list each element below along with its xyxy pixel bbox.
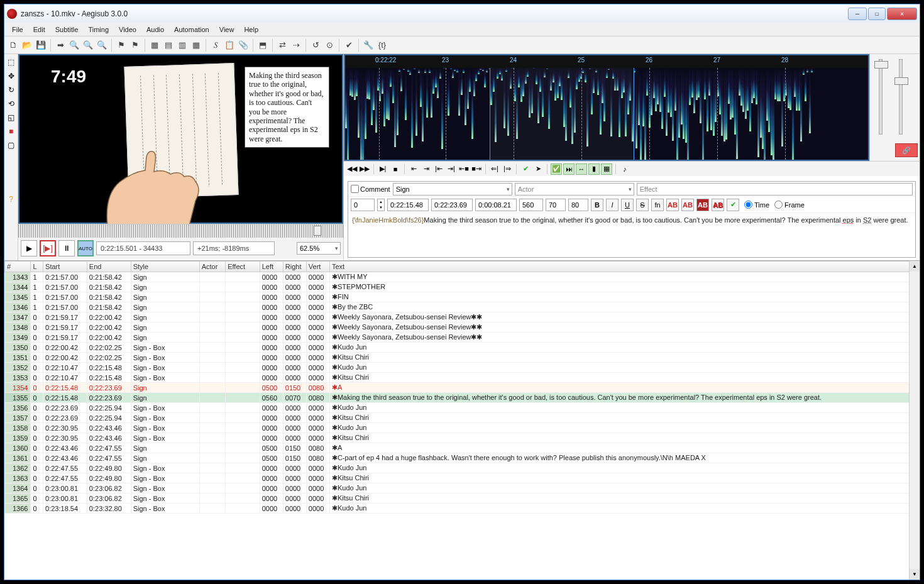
margin-v-field[interactable]: 80 xyxy=(568,199,588,211)
bold-button[interactable]: B xyxy=(591,199,603,211)
table-row[interactable]: 134510:21:57.000:21:58.42Sign00000000000… xyxy=(5,292,920,302)
translate-icon[interactable]: ⬒ xyxy=(256,39,269,52)
kanji-icon[interactable]: ⇄ xyxy=(276,39,289,52)
horiz-zoom-slider[interactable] xyxy=(874,61,888,69)
video-jump-icon[interactable]: ➡ xyxy=(54,39,67,52)
table-row[interactable]: 134700:21:59.170:22:00.42Sign00000000000… xyxy=(5,312,920,322)
spell-icon[interactable]: ✔ xyxy=(343,39,355,52)
play-line-button[interactable]: [▶] xyxy=(40,240,56,256)
props-icon[interactable]: ⚑ xyxy=(115,39,128,52)
end-time-field[interactable]: 0:22:23.69 xyxy=(431,199,473,211)
play-before-icon[interactable]: ⇤■ xyxy=(458,163,470,175)
shift-icon[interactable]: ▦ xyxy=(148,39,161,52)
medusa-icon[interactable]: ▦ xyxy=(601,163,612,175)
menu-edit[interactable]: Edit xyxy=(28,25,50,35)
audio-spectrogram[interactable]: 0:22:22 23 24 25 26 27 28 xyxy=(344,54,869,161)
video-display[interactable]: 7:49 Making the third season true to the… xyxy=(18,54,343,224)
table-row[interactable]: 135400:22:15.480:22:23.69Sign05000150008… xyxy=(5,383,920,393)
select-icon[interactable]: ⇢ xyxy=(290,39,302,52)
subtitle-grid[interactable]: #LStartEndStyleActorEffectLeftRightVertT… xyxy=(4,260,920,580)
play-500a-icon[interactable]: ⇥ xyxy=(421,163,432,175)
subtitle-text-field[interactable]: {\fnJanieHmkBold\fs26}Making the third s… xyxy=(348,213,915,257)
table-row[interactable]: 135300:22:10.470:22:15.48Sign - Box00000… xyxy=(5,373,920,383)
lead-out-icon[interactable]: |⇒ xyxy=(502,163,513,175)
table-row[interactable]: 135700:22:23.690:22:25.94Sign - Box00000… xyxy=(5,413,920,423)
stop-icon[interactable]: ■ xyxy=(390,163,401,175)
time-radio[interactable]: Time xyxy=(744,201,769,209)
auto-next-icon[interactable]: ⏭ xyxy=(563,163,575,175)
menu-video[interactable]: Video xyxy=(114,25,141,35)
table-row[interactable]: 134310:21:57.000:21:58.42Sign00000000000… xyxy=(5,272,920,282)
table-row[interactable]: 136200:22:47.550:22:49.80Sign - Box00000… xyxy=(5,463,920,473)
table-row[interactable]: 135500:22:15.480:22:23.69Sign05600070008… xyxy=(5,393,920,403)
audio-timeline[interactable]: 0:22:22 23 24 25 26 27 28 xyxy=(345,55,868,68)
col-actor[interactable]: Actor xyxy=(199,262,225,272)
table-row[interactable]: 135600:22:23.690:22:25.94Sign - Box00000… xyxy=(5,403,920,413)
styles-icon[interactable]: ⚑ xyxy=(129,39,141,52)
open-icon[interactable]: 📂 xyxy=(21,39,33,52)
table-row[interactable]: 136400:23:00.810:23:06.82Sign - Box00000… xyxy=(5,483,920,493)
shift-times-icon[interactable]: 🔍 xyxy=(68,39,80,52)
layer-up[interactable]: ▲ xyxy=(378,199,384,205)
attach-icon[interactable]: 🔍 xyxy=(96,39,108,52)
col-l[interactable]: L xyxy=(31,262,43,272)
table-row[interactable]: 134410:21:57.000:21:58.42Sign00000000000… xyxy=(5,282,920,292)
sort3-icon[interactable]: ▦ xyxy=(190,39,202,52)
actor-combo[interactable]: Actor xyxy=(515,183,634,196)
prev-icon[interactable]: ◀◀ xyxy=(346,163,358,175)
go-icon[interactable]: ➤ xyxy=(532,163,544,175)
table-row[interactable]: 136000:22:43.460:22:47.55Sign05000150008… xyxy=(5,443,920,453)
scale-icon[interactable]: ◱ xyxy=(6,112,17,123)
grid-scrollbar[interactable]: ▲▼ xyxy=(909,261,920,580)
attach2-icon[interactable]: 📋 xyxy=(223,39,236,52)
col-text[interactable]: Text xyxy=(329,262,919,272)
seek-thumb[interactable] xyxy=(314,226,321,236)
font-button[interactable]: fn xyxy=(651,199,664,211)
play-500b-icon[interactable]: ⇤ xyxy=(408,163,419,175)
minimize-button[interactable]: — xyxy=(848,8,867,20)
maximize-button[interactable]: ☐ xyxy=(868,8,886,20)
style-mgr-icon[interactable]: 🔍 xyxy=(82,39,94,52)
tags-icon[interactable]: {t} xyxy=(376,39,388,52)
col-start[interactable]: Start xyxy=(43,262,87,272)
play-last-icon[interactable]: ⇥| xyxy=(446,163,457,175)
video-zoom-combo[interactable]: 62.5% xyxy=(297,242,341,255)
rot-z-icon[interactable]: ↻ xyxy=(6,84,17,96)
layer-down[interactable]: ▼ xyxy=(378,205,384,211)
sort2-icon[interactable]: ▥ xyxy=(176,39,189,52)
commit-button[interactable]: ✔ xyxy=(727,199,739,211)
menu-view[interactable]: View xyxy=(214,25,239,35)
col-left[interactable]: Left xyxy=(260,262,283,272)
titlebar[interactable]: zanszs - 10.mkv - Aegisub 3.0.0 — ☐ ✕ xyxy=(4,4,920,23)
video-time-field[interactable]: 0:22:15.501 - 34433 xyxy=(96,241,190,255)
video-seek-bar[interactable] xyxy=(18,224,343,238)
auto-commit-icon[interactable]: ✅ xyxy=(551,163,562,175)
next-icon[interactable]: ▶▶ xyxy=(359,163,370,175)
close-button[interactable]: ✕ xyxy=(887,8,917,20)
col-right[interactable]: Right xyxy=(283,262,306,272)
table-row[interactable]: 136600:23:18.540:23:32.80Sign - Box00000… xyxy=(5,504,920,514)
drag-icon[interactable]: ✥ xyxy=(6,70,17,82)
menu-subtitle[interactable]: Subtitle xyxy=(50,25,84,35)
clip-icon[interactable]: ■ xyxy=(6,126,17,137)
save-icon[interactable]: 💾 xyxy=(35,39,47,52)
menu-timing[interactable]: Timing xyxy=(83,25,114,35)
style-asst-icon[interactable]: 𝑆 xyxy=(209,39,222,52)
col-effect[interactable]: Effect xyxy=(226,262,260,272)
table-row[interactable]: 136500:23:00.810:23:06.82Sign - Box00000… xyxy=(5,493,920,504)
karaoke-icon[interactable]: ♪ xyxy=(619,163,630,175)
opts-icon[interactable]: 🔧 xyxy=(362,39,375,52)
pause-button[interactable]: ⏸ xyxy=(58,240,75,256)
autoscroll-button[interactable]: AUTO xyxy=(77,240,94,256)
menu-audio[interactable]: Audio xyxy=(141,25,169,35)
color1-button[interactable]: AB xyxy=(666,199,679,211)
lead-in-icon[interactable]: ⇐| xyxy=(489,163,500,175)
play-after-icon[interactable]: ■⇥ xyxy=(471,163,482,175)
table-row[interactable]: 135800:22:30.950:22:43.46Sign - Box00000… xyxy=(5,423,920,433)
table-row[interactable]: 136300:22:47.550:22:49.80Sign - Box00000… xyxy=(5,473,920,483)
duration-field[interactable]: 0:00:08.21 xyxy=(475,199,517,211)
table-row[interactable]: 136100:22:43.460:22:47.55Sign05000150008… xyxy=(5,453,920,463)
resample-icon[interactable]: ↺ xyxy=(309,39,322,52)
color2-button[interactable]: AB xyxy=(681,199,694,211)
play-sel-icon[interactable]: ▶| xyxy=(377,163,388,175)
